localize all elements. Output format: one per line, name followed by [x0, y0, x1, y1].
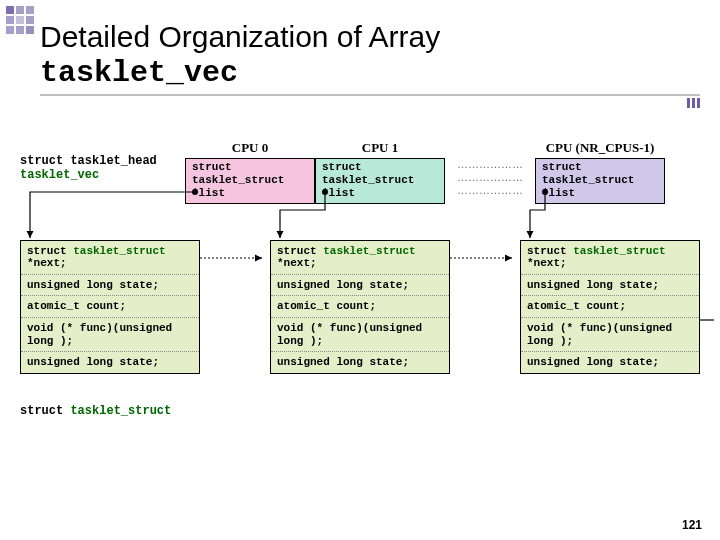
- cpu0-label: CPU 0: [232, 140, 268, 156]
- cpu1-cell: CPU 1 struct tasklet_struct *list: [315, 140, 445, 204]
- struct-field-state2: unsigned long state;: [271, 352, 449, 373]
- title-caps-decoration: [687, 98, 700, 108]
- ellipsis-gap: ……………… ……………… ………………: [445, 140, 535, 204]
- cpu1-box: struct tasklet_struct *list: [315, 158, 445, 204]
- struct-field-func: void (* func)(unsigned long );: [21, 318, 199, 352]
- struct-field-state2: unsigned long state;: [521, 352, 699, 373]
- struct-field-state1: unsigned long state;: [21, 275, 199, 297]
- struct-field-count: atomic_t count;: [21, 296, 199, 318]
- cpun-box: struct tasklet_struct *list: [535, 158, 665, 204]
- header-row: struct tasklet_head tasklet_vec CPU 0 st…: [20, 140, 710, 204]
- struct-typedef-label: struct tasklet_struct: [20, 404, 710, 418]
- struct-col-n: struct tasklet_struct *next; unsigned lo…: [520, 240, 700, 374]
- diagram-area: struct tasklet_head tasklet_vec CPU 0 st…: [20, 140, 710, 418]
- cpu1-label: CPU 1: [362, 140, 398, 156]
- array-declaration: struct tasklet_head tasklet_vec: [20, 140, 185, 182]
- struct-field-state2: unsigned long state;: [21, 352, 199, 373]
- struct-columns: struct tasklet_struct *next; unsigned lo…: [20, 240, 710, 374]
- cpu0-cell: CPU 0 struct tasklet_struct *list: [185, 140, 315, 204]
- struct-field-next: struct tasklet_struct *next;: [21, 241, 199, 275]
- title-line-2: tasklet_vec: [40, 56, 700, 90]
- struct-field-state1: unsigned long state;: [521, 275, 699, 297]
- struct-field-func: void (* func)(unsigned long );: [271, 318, 449, 352]
- struct-col-1: struct tasklet_struct *next; unsigned lo…: [270, 240, 450, 374]
- cpun-cell: CPU (NR_CPUS-1) struct tasklet_struct *l…: [535, 140, 665, 204]
- title-underline: [40, 94, 700, 96]
- struct-col-0: struct tasklet_struct *next; unsigned lo…: [20, 240, 200, 374]
- struct-field-next: struct tasklet_struct *next;: [271, 241, 449, 275]
- struct-field-count: atomic_t count;: [271, 296, 449, 318]
- page-number: 121: [682, 518, 702, 532]
- struct-field-func: void (* func)(unsigned long );: [521, 318, 699, 352]
- title-line-1: Detailed Organization of Array: [40, 20, 700, 54]
- struct-field-state1: unsigned long state;: [271, 275, 449, 297]
- array-var: tasklet_vec: [20, 168, 99, 182]
- array-type: struct tasklet_head: [20, 154, 157, 168]
- struct-field-next: struct tasklet_struct *next;: [521, 241, 699, 275]
- slide-title: Detailed Organization of Array tasklet_v…: [40, 20, 700, 96]
- corner-decoration: [6, 6, 34, 34]
- cpun-label: CPU (NR_CPUS-1): [546, 140, 655, 156]
- array-cells: CPU 0 struct tasklet_struct *list CPU 1 …: [185, 140, 710, 204]
- struct-field-count: atomic_t count;: [521, 296, 699, 318]
- cpu0-box: struct tasklet_struct *list: [185, 158, 315, 204]
